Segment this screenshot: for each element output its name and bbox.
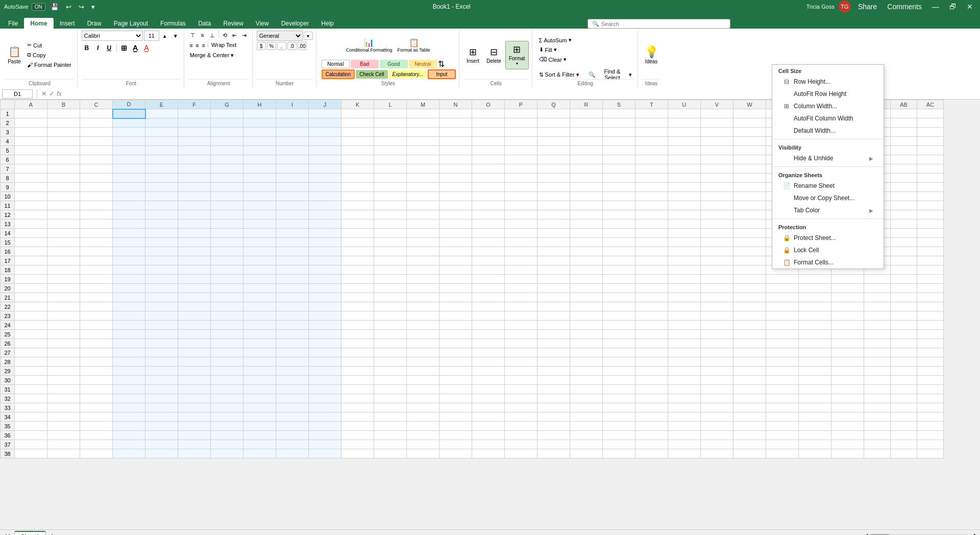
cell-M3[interactable] (407, 128, 439, 137)
cell-V26[interactable] (701, 339, 733, 348)
cell-O28[interactable] (472, 357, 505, 367)
cell-U24[interactable] (668, 321, 701, 330)
cell-AC1[interactable] (917, 109, 944, 118)
scroll-tab-right-button[interactable]: ▶ (9, 532, 13, 536)
cell-W33[interactable] (733, 403, 766, 412)
cell-N37[interactable] (439, 440, 472, 449)
cell-G18[interactable] (211, 265, 243, 275)
cell-J17[interactable] (309, 256, 341, 265)
cell-C22[interactable] (80, 302, 113, 311)
cell-W29[interactable] (733, 367, 766, 376)
cell-M33[interactable] (407, 403, 439, 412)
cell-B34[interactable] (47, 412, 80, 422)
cell-G11[interactable] (211, 201, 243, 210)
italic-button[interactable]: I (93, 43, 103, 53)
cell-R2[interactable] (570, 118, 603, 128)
cell-O33[interactable] (472, 403, 505, 412)
cell-R7[interactable] (570, 164, 603, 174)
cell-O22[interactable] (472, 302, 505, 311)
cell-U8[interactable] (668, 174, 701, 183)
cell-C28[interactable] (80, 357, 113, 367)
cell-F34[interactable] (178, 412, 211, 422)
cell-T11[interactable] (635, 201, 668, 210)
cell-A1[interactable] (15, 109, 47, 118)
cell-L24[interactable] (374, 321, 407, 330)
cell-L16[interactable] (374, 247, 407, 256)
cell-E32[interactable] (145, 394, 178, 403)
cell-AC29[interactable] (917, 367, 944, 376)
cell-H14[interactable] (243, 229, 276, 238)
cell-J10[interactable] (309, 192, 341, 201)
cell-AA23[interactable] (864, 311, 891, 321)
cell-U31[interactable] (668, 385, 701, 394)
cell-K3[interactable] (341, 128, 374, 137)
row-header-33[interactable]: 33 (1, 403, 15, 412)
cell-N21[interactable] (439, 293, 472, 302)
cell-U10[interactable] (668, 192, 701, 201)
cell-L19[interactable] (374, 275, 407, 284)
cell-S6[interactable] (603, 155, 635, 164)
cell-Q23[interactable] (537, 311, 570, 321)
cell-P1[interactable] (505, 109, 537, 118)
cell-W37[interactable] (733, 440, 766, 449)
cell-P2[interactable] (505, 118, 537, 128)
col-header-o[interactable]: O (472, 100, 505, 109)
cell-D29[interactable] (113, 367, 145, 376)
cell-J12[interactable] (309, 210, 341, 220)
format-cells-item[interactable]: 📋 Format Cells... (772, 256, 884, 269)
cell-AB10[interactable] (891, 192, 917, 201)
format-painter-button[interactable]: 🖌 Format Painter (24, 60, 74, 69)
cell-C1[interactable] (80, 109, 113, 118)
cell-F38[interactable] (178, 449, 211, 458)
cell-C27[interactable] (80, 348, 113, 357)
cell-B2[interactable] (47, 118, 80, 128)
cell-AC19[interactable] (917, 275, 944, 284)
cell-N29[interactable] (439, 367, 472, 376)
cell-P22[interactable] (505, 302, 537, 311)
cell-F19[interactable] (178, 275, 211, 284)
cell-U3[interactable] (668, 128, 701, 137)
cell-T13[interactable] (635, 220, 668, 229)
cell-B20[interactable] (47, 284, 80, 293)
cell-A34[interactable] (15, 412, 47, 422)
cell-W16[interactable] (733, 247, 766, 256)
cell-Q2[interactable] (537, 118, 570, 128)
cell-C19[interactable] (80, 275, 113, 284)
row-header-13[interactable]: 13 (1, 220, 15, 229)
cell-AA31[interactable] (864, 385, 891, 394)
cell-B18[interactable] (47, 265, 80, 275)
cell-V37[interactable] (701, 440, 733, 449)
cell-K4[interactable] (341, 137, 374, 146)
cell-X20[interactable] (766, 284, 799, 293)
cell-D20[interactable] (113, 284, 145, 293)
cell-O8[interactable] (472, 174, 505, 183)
cell-C12[interactable] (80, 210, 113, 220)
cell-M25[interactable] (407, 330, 439, 339)
cell-L11[interactable] (374, 201, 407, 210)
cell-O15[interactable] (472, 238, 505, 247)
cell-F21[interactable] (178, 293, 211, 302)
cell-X19[interactable] (766, 275, 799, 284)
cell-T8[interactable] (635, 174, 668, 183)
cell-AC16[interactable] (917, 247, 944, 256)
cell-O32[interactable] (472, 394, 505, 403)
cell-C3[interactable] (80, 128, 113, 137)
cell-L32[interactable] (374, 394, 407, 403)
cell-Q13[interactable] (537, 220, 570, 229)
cell-R4[interactable] (570, 137, 603, 146)
tab-help[interactable]: Help (315, 18, 340, 29)
cell-Z21[interactable] (831, 293, 864, 302)
cell-X21[interactable] (766, 293, 799, 302)
cell-AC32[interactable] (917, 394, 944, 403)
cell-M4[interactable] (407, 137, 439, 146)
cell-AB23[interactable] (891, 311, 917, 321)
cell-E21[interactable] (145, 293, 178, 302)
row-header-12[interactable]: 12 (1, 210, 15, 220)
cell-D24[interactable] (113, 321, 145, 330)
cell-D4[interactable] (113, 137, 145, 146)
cell-AC22[interactable] (917, 302, 944, 311)
cell-F10[interactable] (178, 192, 211, 201)
cell-A32[interactable] (15, 394, 47, 403)
cell-B29[interactable] (47, 367, 80, 376)
cell-N17[interactable] (439, 256, 472, 265)
